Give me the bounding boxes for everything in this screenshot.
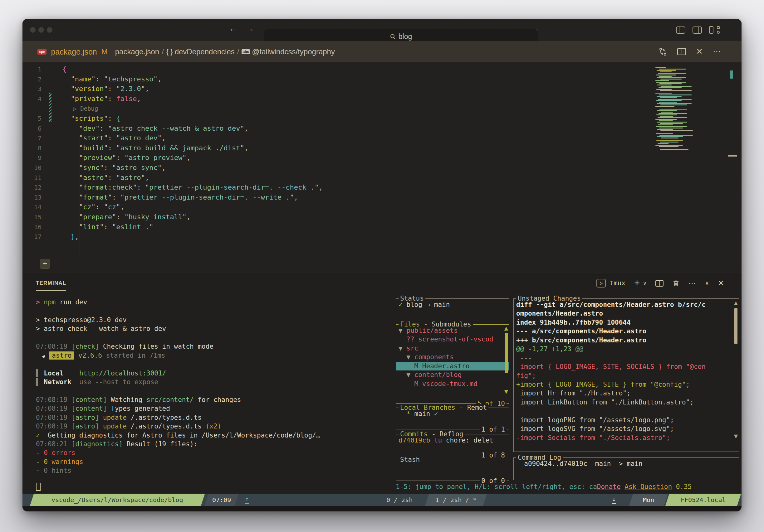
lazygit-unstaged-changes-panel[interactable]: Unstaged Changes diff --git a/src/compon… bbox=[513, 299, 739, 452]
new-terminal-icon[interactable]: + bbox=[634, 278, 640, 289]
lazygit-files-panel[interactable]: Files - Submodules ▼ public/assets ?? sc… bbox=[396, 324, 509, 404]
terminal-panel[interactable]: TERMINAL > tmux + ∨ ⋯ ∧ ✕ > npm run dev … bbox=[23, 274, 741, 494]
upload-icon: ↑ bbox=[245, 495, 249, 504]
tmux-day-segment: Mon bbox=[629, 494, 668, 506]
line: fig"; bbox=[516, 371, 736, 380]
terminal-output[interactable]: > npm run dev > techspresso@2.3.0 dev> a… bbox=[36, 298, 320, 475]
line: 14 "cz": "cz", bbox=[25, 202, 323, 212]
line: - 0 errors bbox=[36, 449, 320, 457]
breadcrumb[interactable]: package.json / { } devDependencies / abc… bbox=[115, 48, 335, 56]
line: 3 "version": "2.3.0", bbox=[25, 84, 323, 94]
line: - 0 hints bbox=[36, 466, 320, 475]
zoom-window-button[interactable] bbox=[47, 27, 53, 33]
lazygit-command-log-panel[interactable]: Command Log a090424..d74019c main -> mai… bbox=[513, 458, 739, 480]
tab-terminal[interactable]: TERMINAL bbox=[36, 280, 66, 286]
editor-more-actions-icon[interactable]: ⋯ bbox=[713, 47, 721, 57]
terminal-shell-icon: > bbox=[596, 279, 606, 288]
forward-button[interactable]: → bbox=[245, 23, 255, 34]
gutter-modified-indicator bbox=[49, 93, 52, 122]
kill-terminal-icon[interactable] bbox=[672, 279, 680, 287]
line: 10 "sync": "astro sync", bbox=[25, 163, 323, 173]
window-bottom-chrome bbox=[23, 506, 741, 511]
tab-bar: npm package.json M package.json / { } de… bbox=[23, 41, 741, 63]
line: 6 "dev": "astro check --watch & astro de… bbox=[25, 123, 323, 133]
string-symbol-icon: abc bbox=[242, 49, 250, 54]
files-scrollbar[interactable] bbox=[505, 333, 508, 373]
minimap[interactable] bbox=[654, 67, 696, 170]
line bbox=[36, 333, 320, 342]
line: 16 "lint": "eslint ." bbox=[25, 222, 323, 232]
line: import Hr from "./Hr.astro"; bbox=[516, 389, 736, 398]
line: 7 "start": "astro dev", bbox=[25, 133, 323, 143]
close-editor-icon[interactable]: ✕ bbox=[696, 47, 703, 57]
editor-pane[interactable]: 1{2 "name": "techspresso",3 "version": "… bbox=[23, 63, 741, 274]
customize-layout-icon[interactable] bbox=[709, 26, 720, 34]
toggle-sidebar-icon[interactable] bbox=[676, 27, 685, 34]
line: import LinkButton from "./LinkButton.ast… bbox=[516, 398, 736, 407]
diff-scrollbar[interactable] bbox=[734, 308, 737, 344]
line: 2 "name": "techspresso", bbox=[25, 74, 323, 84]
close-panel-icon[interactable]: ✕ bbox=[718, 279, 724, 288]
line: 07:08:19 [content] Types generated bbox=[36, 404, 320, 413]
tmux-status-bar: vscode_/Users/l/Workspace/code/blog 07:0… bbox=[23, 494, 741, 506]
line: 11 "astro": "astro", bbox=[25, 173, 323, 183]
line: 17 }, bbox=[25, 232, 323, 242]
line: +++ b/src/components/Header.astro bbox=[516, 336, 736, 344]
line: 1{ bbox=[25, 64, 323, 74]
minimize-window-button[interactable] bbox=[38, 27, 44, 33]
line: ▲astro v2.6.6 started in 71ms bbox=[36, 351, 320, 360]
split-terminal-icon[interactable] bbox=[656, 280, 664, 287]
tmux-host-segment: FF0524.local bbox=[666, 494, 741, 506]
panel-more-actions-icon[interactable]: ⋯ bbox=[688, 279, 696, 288]
diff-scroll-up-icon[interactable]: ▲ bbox=[734, 300, 738, 306]
line: import logoSVG from "/assets/logo.svg"; bbox=[516, 424, 736, 433]
back-button[interactable]: ← bbox=[229, 23, 238, 34]
line: ▌ Local http://localhost:3001/ bbox=[36, 369, 320, 378]
diff-scroll-down-icon[interactable]: ▼ bbox=[734, 433, 738, 439]
breadcrumb-file[interactable]: package.json bbox=[115, 48, 159, 56]
breadcrumb-typography[interactable]: @tailwindcss/typography bbox=[252, 48, 335, 56]
code-area[interactable]: 1{2 "name": "techspresso",3 "version": "… bbox=[25, 64, 323, 242]
line: 07:08:19 [astro] update /.astro/types.d.… bbox=[36, 413, 320, 422]
line: 9 "preview": "astro preview", bbox=[25, 153, 323, 163]
toggle-secondary-sidebar-icon[interactable] bbox=[692, 27, 702, 34]
traffic-lights[interactable] bbox=[30, 27, 53, 33]
line: 4 "private": false, bbox=[25, 94, 323, 104]
tab-package-json[interactable]: package.json bbox=[51, 48, 97, 57]
line: import logoPNG from "/assets/logo.png"; bbox=[516, 416, 736, 424]
tmux-window-1[interactable]: 1 / zsh / * bbox=[425, 494, 487, 506]
lazygit-help-line[interactable]: 1-5: jump to panel, H/L: scroll left/rig… bbox=[396, 483, 741, 490]
line: M vscode-tmux.md bbox=[399, 379, 506, 388]
lazygit-branches-panel[interactable]: Local Branches - Remot * main ✓ 1 of 1 bbox=[396, 408, 509, 429]
terminal-dropdown-icon[interactable]: ∨ bbox=[643, 280, 647, 286]
tmux-window-0[interactable]: 0 / zsh bbox=[386, 494, 413, 506]
lazygit-status-panel[interactable]: Status ✓ blog → main bbox=[396, 299, 509, 319]
search-icon bbox=[390, 34, 396, 40]
line bbox=[36, 386, 320, 395]
line: > astro check --watch & astro dev bbox=[36, 324, 320, 333]
search-value: blog bbox=[399, 33, 412, 41]
line: +import { LOGO_IMAGE, SITE } from "@conf… bbox=[516, 380, 736, 389]
files-scroll-down-icon[interactable]: ▼ bbox=[504, 389, 508, 394]
commits-count: 1 of 8 bbox=[480, 452, 506, 459]
overview-ruler-modified-marker bbox=[730, 70, 733, 78]
npm-file-icon: npm bbox=[38, 49, 47, 55]
title-bar[interactable]: ← → blog bbox=[23, 19, 741, 41]
gutter-plus-button[interactable]: + bbox=[40, 259, 50, 269]
line bbox=[516, 407, 736, 415]
line: ▼ content/blog bbox=[399, 370, 506, 379]
line: ▼ components bbox=[399, 353, 506, 361]
maximize-panel-icon[interactable]: ∧ bbox=[705, 280, 709, 287]
open-changes-icon[interactable] bbox=[659, 48, 667, 56]
line: ?? screenshot-of-vscod bbox=[399, 335, 506, 344]
line: --- a/src/components/Header.astro bbox=[516, 327, 736, 335]
lazygit-stash-panel[interactable]: Stash 0 of 0 bbox=[396, 460, 509, 481]
files-scroll-up-icon[interactable]: ▲ bbox=[504, 325, 508, 331]
line: ▷ Debug bbox=[25, 103, 323, 113]
breadcrumb-devdependencies[interactable]: devDependencies bbox=[175, 48, 235, 56]
line: omponents/Header.astro bbox=[516, 309, 736, 318]
terminal-shell-label[interactable]: tmux bbox=[610, 279, 626, 287]
split-editor-icon[interactable] bbox=[677, 48, 686, 55]
lazygit-commits-panel[interactable]: Commits - Reflog d74019cb lu chore: dele… bbox=[396, 434, 509, 455]
close-window-button[interactable] bbox=[30, 27, 36, 33]
